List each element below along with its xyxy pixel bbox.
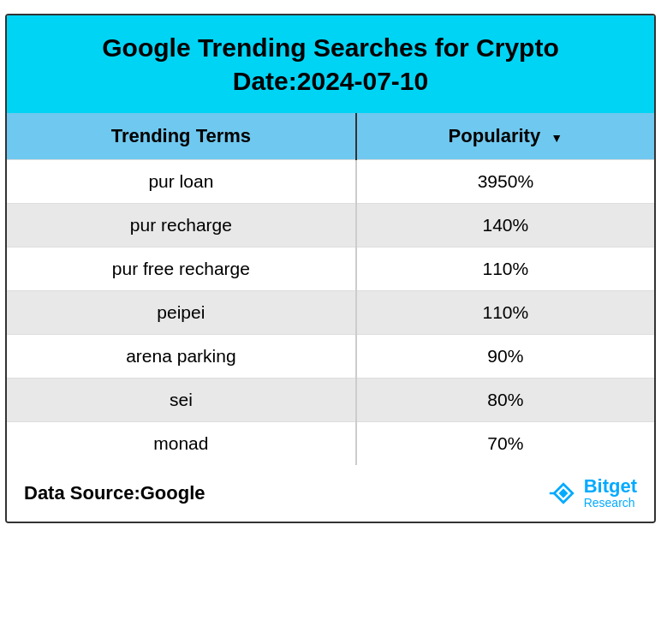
- table-wrapper: Trending Terms Popularity ▼ pur loan3950…: [7, 113, 654, 465]
- title-line1: Google Trending Searches for Crypto: [102, 33, 558, 62]
- table-row: peipei110%: [7, 291, 654, 335]
- table-row: pur free recharge110%: [7, 247, 654, 291]
- page-header: Google Trending Searches for Crypto Date…: [7, 15, 654, 113]
- popularity-cell: 80%: [356, 379, 654, 422]
- popularity-cell: 140%: [356, 204, 654, 247]
- term-cell: monad: [7, 422, 356, 466]
- popularity-cell: 3950%: [356, 160, 654, 204]
- bitget-brand-name: Bitget: [584, 477, 637, 496]
- page-title: Google Trending Searches for Crypto Date…: [24, 31, 637, 98]
- col-popularity-header: Popularity ▼: [356, 113, 654, 160]
- main-container: Google Trending Searches for Crypto Date…: [5, 14, 656, 523]
- table-row: pur loan3950%: [7, 160, 654, 204]
- sort-arrow-icon: ▼: [551, 131, 563, 145]
- trending-table: Trending Terms Popularity ▼ pur loan3950…: [7, 113, 654, 465]
- table-row: monad70%: [7, 422, 654, 466]
- term-cell: pur free recharge: [7, 247, 356, 291]
- bitget-icon: [548, 478, 579, 509]
- table-row: sei80%: [7, 379, 654, 422]
- table-row: pur recharge140%: [7, 204, 654, 247]
- bitget-brand-sub: Research: [584, 496, 635, 510]
- table-row: arena parking90%: [7, 335, 654, 379]
- col-terms-header: Trending Terms: [7, 113, 356, 160]
- data-source-label: Data Source:Google: [24, 482, 205, 504]
- bitget-text-group: Bitget Research: [584, 477, 637, 510]
- term-cell: pur recharge: [7, 204, 356, 247]
- term-cell: peipei: [7, 291, 356, 335]
- bitget-logo: Bitget Research: [548, 477, 637, 510]
- term-cell: arena parking: [7, 335, 356, 379]
- popularity-cell: 110%: [356, 247, 654, 291]
- popularity-header-label: Popularity: [449, 125, 541, 146]
- term-cell: pur loan: [7, 160, 356, 204]
- title-line2: Date:2024-07-10: [233, 67, 428, 95]
- popularity-cell: 70%: [356, 422, 654, 466]
- svg-marker-1: [558, 489, 568, 498]
- popularity-cell: 110%: [356, 291, 654, 335]
- popularity-cell: 90%: [356, 335, 654, 379]
- term-cell: sei: [7, 379, 356, 422]
- page-footer: Data Source:Google Bitget Research: [7, 465, 654, 522]
- terms-header-label: Trending Terms: [111, 125, 251, 146]
